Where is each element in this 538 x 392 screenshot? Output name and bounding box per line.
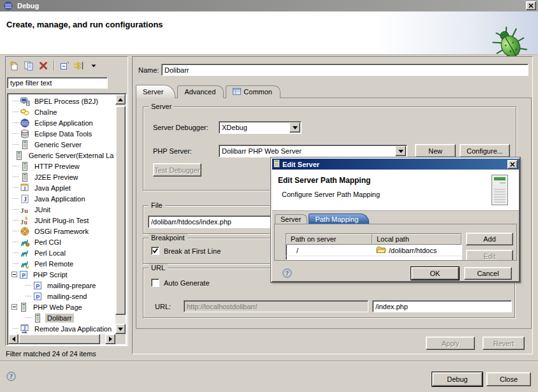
column-header[interactable]: Path on server <box>286 234 372 245</box>
perl-cgi-icon <box>20 237 30 247</box>
duplicate-icon[interactable] <box>22 59 35 72</box>
auto-generate-checkbox[interactable] <box>151 279 159 287</box>
tree-item-label: BPEL Process (B2J) <box>33 97 100 106</box>
help-icon[interactable]: ? <box>6 372 16 381</box>
debug-button[interactable]: Debug <box>432 372 483 386</box>
configurations-panel: BPEL Process (B2J)ChaîneEclipse Applicat… <box>5 56 128 346</box>
tree-item-label: Java Applet <box>33 184 73 192</box>
junit-plugin-icon: Ju <box>20 215 30 226</box>
tab-server[interactable]: Server <box>136 85 175 98</box>
url-path-input[interactable] <box>372 300 512 312</box>
scrollbar-thumb[interactable] <box>115 106 126 315</box>
php-icon: P <box>33 280 43 291</box>
column-header[interactable]: Local path <box>372 234 462 245</box>
tree-item-mailing-prepare[interactable]: Pmailing-prepare <box>9 280 115 291</box>
tree-item-osgi-framework[interactable]: OSGi Framework <box>9 226 115 236</box>
tree-item-dolibarr[interactable]: Dolibarr <box>9 312 115 323</box>
dialog-tab-server[interactable]: Server <box>275 214 307 224</box>
scroll-right-button[interactable] <box>105 334 115 344</box>
tree-item-java-applet[interactable]: JJava Applet <box>9 182 115 193</box>
tree-item-generic-server[interactable]: Generic Server <box>9 139 115 150</box>
chevron-down-icon[interactable] <box>289 122 300 133</box>
scroll-left-button[interactable] <box>8 334 18 344</box>
table-row[interactable]: //dolibarr/htdocs <box>286 245 462 256</box>
new-server-button[interactable]: New <box>415 144 456 157</box>
collapse-all-icon[interactable] <box>58 59 71 72</box>
server-icon <box>20 161 30 171</box>
tree-item-label: OSGi Framework <box>33 227 91 236</box>
tree-item-label: mailing-prepare <box>45 281 98 290</box>
tree-item-junit[interactable]: JuJUnit <box>9 204 115 215</box>
bpel-process-icon <box>20 96 30 106</box>
dialog-header: Edit Server Path Mapping Configure Serve… <box>272 170 519 211</box>
tree-item-perl-remote[interactable]: Perl Remote <box>9 258 115 269</box>
break-first-line-checkbox[interactable] <box>151 247 159 255</box>
filter-input[interactable] <box>7 77 108 89</box>
tree-item-php-script[interactable]: PPHP Script <box>9 269 115 280</box>
dialog-heading: Edit Server Path Mapping <box>278 176 370 185</box>
ok-button[interactable]: OK <box>411 267 459 280</box>
java-applet-icon: J <box>20 183 30 193</box>
php-server-select[interactable]: Dolibarr PHP Web Server <box>219 145 407 157</box>
tree-item-j2ee-preview[interactable]: J2EE Preview <box>9 171 115 182</box>
tree-item-cha-ne[interactable]: Chaîne <box>9 106 115 117</box>
tree-item-perl-local[interactable]: Perl Local <box>9 247 115 258</box>
tab-advanced[interactable]: Advanced <box>177 85 224 98</box>
collapse-toggle-icon[interactable] <box>11 272 17 277</box>
tree-item-eclipse-application[interactable]: Eclipse Application <box>9 117 115 128</box>
break-first-line-label: Break at First Line <box>164 247 221 255</box>
dialog-title: Edit Server <box>282 161 507 168</box>
dialog-close-button[interactable] <box>507 160 518 169</box>
perl-remote-icon <box>20 259 30 269</box>
tree-item-http-preview[interactable]: HTTP Preview <box>9 161 115 171</box>
dialog-subheading: Configure Server Path Mapping <box>282 191 380 198</box>
add-mapping-button[interactable]: Add <box>466 233 513 245</box>
close-button[interactable]: Close <box>486 372 531 386</box>
dialog-tab-path-mapping[interactable]: Path Mapping <box>309 214 369 224</box>
chevron-down-icon[interactable] <box>395 146 406 156</box>
delete-icon[interactable] <box>37 59 50 72</box>
tree-item-label: HTTP Preview <box>33 162 82 171</box>
cancel-button[interactable]: Cancel <box>464 267 512 280</box>
svg-text:P: P <box>36 293 40 300</box>
tab-common[interactable]: Common <box>226 85 280 98</box>
toolbar-separator <box>54 61 54 71</box>
tree-item-junit-plug-in-test[interactable]: JuJUnit Plug-in Test <box>9 215 115 226</box>
name-input[interactable] <box>161 64 528 76</box>
tree-item-generic-server-external-la[interactable]: Generic Server(External La <box>9 150 115 161</box>
tree-item-mailing-send[interactable]: Pmailing-send <box>9 291 115 301</box>
tree-item-remote-java-application[interactable]: JRemote Java Application <box>9 323 115 333</box>
dialog-help-icon[interactable]: ? <box>282 268 292 278</box>
new-config-icon[interactable] <box>8 59 20 72</box>
tree-item-label: Perl CGI <box>33 238 63 247</box>
scroll-up-button[interactable] <box>115 94 126 105</box>
server-debugger-select[interactable]: XDebug <box>219 121 302 134</box>
collapse-toggle-icon[interactable] <box>11 304 17 310</box>
server-debugger-label: Server Debugger: <box>153 124 208 131</box>
scrollbar-thumb[interactable] <box>18 334 100 344</box>
tree-item-label: Eclipse Data Tools <box>33 129 94 138</box>
configure-server-button[interactable]: Configure... <box>460 144 510 157</box>
menu-arrow-icon[interactable] <box>87 59 100 72</box>
tree-item-label: J2EE Preview <box>33 173 80 182</box>
window-close-button[interactable] <box>526 1 536 10</box>
tree-item-perl-cgi[interactable]: Perl CGI <box>9 236 115 247</box>
tree-item-bpel-process-b2j[interactable]: BPEL Process (B2J) <box>9 96 115 106</box>
tree-horizontal-scrollbar[interactable] <box>8 334 115 344</box>
tree-item-label: PHP Script <box>31 270 69 279</box>
name-label: Name: <box>138 66 159 74</box>
scrollbar-corner <box>115 334 126 344</box>
path-on-server-cell: / <box>286 247 372 254</box>
scroll-down-button[interactable] <box>115 324 126 334</box>
svg-text:P: P <box>22 272 25 278</box>
dialog-tabs: Server Path Mapping <box>275 214 370 224</box>
config-tabs: Server Advanced Common <box>136 85 282 98</box>
server-icon <box>273 159 280 169</box>
revert-button: Revert <box>483 337 525 350</box>
tree-item-php-web-page[interactable]: PHP Web Page <box>9 301 115 312</box>
filter-icon[interactable] <box>73 59 85 72</box>
tree-item-eclipse-data-tools[interactable]: Eclipse Data Tools <box>9 128 115 139</box>
tree-item-java-application[interactable]: JJava Application <box>9 193 115 204</box>
tree-vertical-scrollbar[interactable] <box>115 94 126 334</box>
php-icon: P <box>18 270 29 280</box>
